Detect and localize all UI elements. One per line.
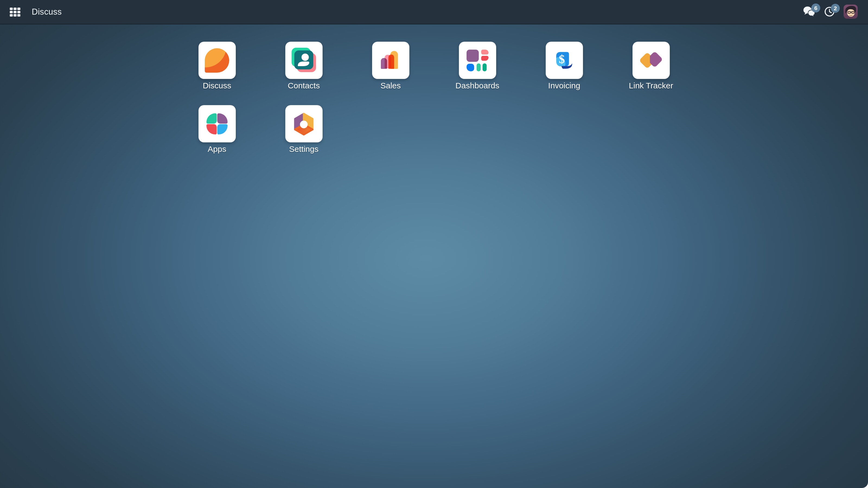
app-discuss[interactable]: Discuss xyxy=(174,42,260,91)
app-label: Contacts xyxy=(288,81,320,91)
app-label: Discuss xyxy=(203,81,231,91)
app-invoicing[interactable]: $ Invoicing xyxy=(521,42,608,91)
topbar: Discuss 6 2 xyxy=(0,0,868,24)
app-label: Invoicing xyxy=(548,81,580,91)
app-dashboards[interactable]: Dashboards xyxy=(434,42,521,91)
app-sales[interactable]: Sales xyxy=(347,42,434,91)
activities-button[interactable]: 2 xyxy=(824,6,835,18)
app-label: Dashboards xyxy=(456,81,499,91)
user-avatar xyxy=(844,5,858,19)
app-link-tracker[interactable]: Link Tracker xyxy=(608,42,694,91)
app-settings[interactable]: Settings xyxy=(260,105,347,154)
app-label: Apps xyxy=(208,144,226,154)
app-contacts-tile xyxy=(285,42,322,79)
app-dashboards-tile xyxy=(459,42,496,79)
current-app-title[interactable]: Discuss xyxy=(32,7,62,17)
app-label: Settings xyxy=(289,144,318,154)
app-settings-tile xyxy=(285,105,322,142)
user-menu-button[interactable] xyxy=(844,5,858,20)
dashboards-icon xyxy=(464,47,491,74)
app-sales-tile xyxy=(372,42,409,79)
settings-icon xyxy=(290,110,317,137)
discuss-icon xyxy=(204,47,230,74)
activities-count-badge: 2 xyxy=(831,4,840,13)
contacts-icon xyxy=(290,47,317,74)
app-grid: Discuss Contacts xyxy=(0,24,868,154)
messages-button[interactable]: 6 xyxy=(803,6,815,18)
sales-icon xyxy=(377,47,404,74)
apps-menu-button[interactable] xyxy=(8,6,22,18)
app-invoicing-tile: $ xyxy=(546,42,583,79)
messages-count-badge: 6 xyxy=(811,3,820,12)
apps-grid-icon xyxy=(10,8,20,17)
app-label: Link Tracker xyxy=(629,81,673,91)
person-icon xyxy=(294,51,313,69)
app-link-tracker-tile xyxy=(632,42,670,79)
app-discuss-tile xyxy=(198,42,236,79)
app-label: Sales xyxy=(380,81,401,91)
app-contacts[interactable]: Contacts xyxy=(260,42,347,91)
app-apps-tile xyxy=(198,105,236,142)
apps-icon xyxy=(204,110,230,137)
app-apps[interactable]: Apps xyxy=(174,105,260,154)
odoo-home-screen: Discuss 6 2 xyxy=(0,0,868,488)
svg-text:$: $ xyxy=(559,52,565,66)
home-menu: Discuss Contacts xyxy=(0,24,868,154)
topbar-systray: 6 2 xyxy=(803,5,858,20)
invoicing-icon: $ xyxy=(551,47,578,74)
link-tracker-icon xyxy=(638,47,664,74)
